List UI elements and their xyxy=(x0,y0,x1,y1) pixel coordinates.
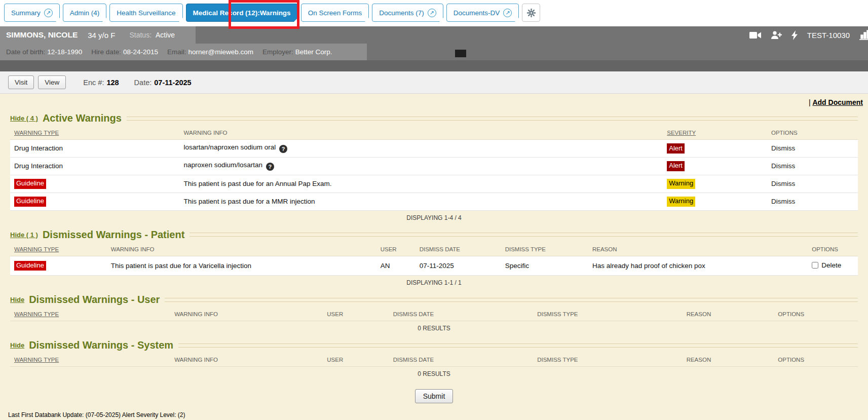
tab-medical-record-warnings[interactable]: Medical Record (12):Warnings xyxy=(186,4,298,22)
view-button[interactable]: View xyxy=(38,75,66,89)
hide-link-dismissed-system[interactable]: Hide xyxy=(10,341,24,349)
delete-option: Delete xyxy=(812,261,841,269)
field-label: Email: xyxy=(167,48,186,56)
sort-warning-type[interactable]: WARNING TYPE xyxy=(14,130,59,136)
popout-icon[interactable]: ↗ xyxy=(44,9,53,17)
dismiss-link[interactable]: Dismiss xyxy=(771,180,795,187)
table-header-row: WARNING TYPE WARNING INFO USER DISMISS D… xyxy=(10,308,858,321)
dismiss-reason: Has already had proof of chicken pox xyxy=(592,262,705,270)
bar-chart-icon[interactable] xyxy=(859,30,868,40)
col-user: USER xyxy=(323,353,389,367)
section-title: Active Warnings xyxy=(43,112,122,124)
tab-admin[interactable]: Admin (4) xyxy=(63,4,107,22)
tab-label: Admin (4) xyxy=(70,9,100,17)
section-heading-dismissed-user: Hide Dismissed Warnings - User xyxy=(0,292,868,307)
popout-icon[interactable]: ↗ xyxy=(428,9,436,17)
tab-label: Documents (7) xyxy=(379,9,424,17)
col-user: USER xyxy=(323,308,389,321)
submit-row: Submit xyxy=(0,389,868,403)
table-footer-row: 0 RESULTS xyxy=(10,321,858,336)
add-user-icon[interactable] xyxy=(771,31,782,40)
field-label: Hire date: xyxy=(91,48,121,56)
warning-info: naproxen sodium/losartan xyxy=(184,161,262,169)
tab-label: Summary xyxy=(11,9,41,17)
field-hire-date: Hire date:08-24-2015 xyxy=(91,48,158,56)
sort-warning-type[interactable]: WARNING TYPE xyxy=(14,357,59,363)
status-label: Status: xyxy=(129,31,152,39)
sort-severity[interactable]: SEVERITY xyxy=(667,130,696,136)
dismiss-link[interactable]: Dismiss xyxy=(771,198,795,205)
main-content: | Add Document Hide ( 4 ) Active Warning… xyxy=(0,94,868,420)
heading-rule xyxy=(165,298,858,302)
col-options: OPTIONS xyxy=(774,308,858,321)
heading-rule xyxy=(127,117,858,121)
patient-header-bottom-band xyxy=(0,60,868,71)
col-options: OPTIONS xyxy=(767,126,858,140)
status-value: Active xyxy=(156,31,175,39)
sort-warning-type[interactable]: WARNING TYPE xyxy=(14,311,59,317)
tab-health-surveillance[interactable]: Health Surveillance xyxy=(109,4,182,22)
col-warning-info: WARNING INFO xyxy=(170,308,323,321)
lightning-bolt-icon[interactable] xyxy=(791,30,798,40)
video-camera-icon[interactable] xyxy=(749,31,761,39)
help-icon[interactable]: ? xyxy=(279,145,287,153)
dismiss-link[interactable]: Dismiss xyxy=(771,144,795,152)
patient-header-row-1: SIMMONS, NICOLE 34 y/o F Status: Active … xyxy=(0,26,868,44)
tab-label: Health Surveillance xyxy=(117,9,175,17)
sort-warning-type[interactable]: WARNING TYPE xyxy=(14,246,59,252)
severity-badge: Warning xyxy=(667,179,695,189)
table-row: Guideline This patient is past due for a… xyxy=(10,175,858,193)
col-dismiss-date: DISMISS DATE xyxy=(416,243,501,256)
tab-summary[interactable]: Summary ↗ xyxy=(4,4,60,22)
submit-button[interactable]: Submit xyxy=(415,389,454,403)
table-header-row: WARNING TYPE WARNING INFO USER DISMISS D… xyxy=(10,353,858,367)
field-date-of-birth: Date of birth:12-18-1990 xyxy=(6,48,82,56)
col-reason: REASON xyxy=(588,243,808,256)
table-footer-row: DISPLAYING 1-1 / 1 xyxy=(10,276,858,290)
hide-link-dismissed-user[interactable]: Hide xyxy=(10,296,24,303)
col-warning-info: WARNING INFO xyxy=(170,353,323,367)
tab-documents[interactable]: Documents (7) ↗ xyxy=(372,4,443,22)
help-icon[interactable]: ? xyxy=(266,163,274,171)
table-footer-row: 0 RESULTS xyxy=(10,367,858,381)
section-title: Dismissed Warnings - System xyxy=(29,339,173,351)
tab-label: Documents-DV xyxy=(454,9,500,17)
col-warning-info: WARNING INFO xyxy=(107,243,376,256)
col-dismiss-type: DISMISS TYPE xyxy=(501,243,588,256)
heading-rule xyxy=(190,233,858,237)
dark-artifact xyxy=(455,50,466,57)
patient-header-row-2: Date of birth:12-18-1990 Hire date:08-24… xyxy=(0,44,868,60)
col-dismiss-date: DISMISS DATE xyxy=(389,353,533,367)
hide-link-dismissed-patient[interactable]: Hide ( 1 ) xyxy=(10,231,38,239)
tab-on-screen-forms[interactable]: On Screen Forms xyxy=(301,4,369,22)
delete-checkbox[interactable] xyxy=(812,262,818,269)
date-value: 07-11-2025 xyxy=(154,79,191,87)
patient-id: TEST-10030 xyxy=(807,31,850,40)
col-dismiss-type: DISMISS TYPE xyxy=(533,353,682,367)
dismiss-user: AN xyxy=(381,262,390,270)
field-label: Employer: xyxy=(262,48,293,56)
enc-value: 128 xyxy=(106,79,119,87)
warning-type: Drug Interaction xyxy=(14,144,63,152)
field-value: Better Corp. xyxy=(295,48,332,56)
settings-gear-button[interactable] xyxy=(522,4,540,22)
popout-icon[interactable]: ↗ xyxy=(503,9,512,17)
displaying-count: DISPLAYING 1-1 / 1 xyxy=(10,276,858,290)
enc-label: Enc #: xyxy=(83,79,104,87)
dismissed-system-table: WARNING TYPE WARNING INFO USER DISMISS D… xyxy=(10,353,858,381)
col-dismiss-type: DISMISS TYPE xyxy=(533,308,682,321)
field-value: 12-18-1990 xyxy=(47,48,82,56)
section-heading-dismissed-system: Hide Dismissed Warnings - System xyxy=(0,338,868,353)
heading-rule xyxy=(178,343,858,348)
visit-button[interactable]: Visit xyxy=(8,75,34,89)
dismiss-date: 07-11-2025 xyxy=(420,262,454,270)
screen: Summary ↗ Admin (4) Health Surveillance … xyxy=(0,0,868,420)
hide-link-active[interactable]: Hide ( 4 ) xyxy=(10,114,38,122)
add-document-link[interactable]: Add Document xyxy=(812,98,863,106)
table-footer-row: DISPLAYING 1-4 / 4 xyxy=(10,210,858,225)
visit-bar: Visit View Enc #:128 Date:07-11-2025 xyxy=(0,71,868,94)
dismiss-link[interactable]: Dismiss xyxy=(771,162,795,170)
severity-badge: Warning xyxy=(667,197,695,207)
tab-documents-dv[interactable]: Documents-DV ↗ xyxy=(446,4,519,22)
warning-type-badge: Guideline xyxy=(14,179,46,189)
